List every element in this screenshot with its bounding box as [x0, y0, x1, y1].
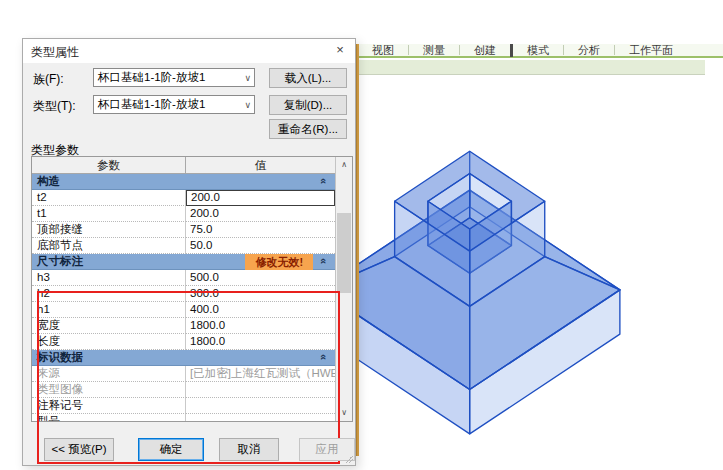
param-row: h2300.0: [32, 286, 335, 302]
rename-button[interactable]: 重命名(R)...: [269, 119, 347, 139]
type-value: 杯口基础1-1阶-放坡1: [98, 98, 205, 110]
param-row: 底部节点50.0: [32, 238, 335, 254]
family-combobox[interactable]: 杯口基础1-1阶-放坡1 ∨: [93, 68, 255, 87]
param-row: h1400.0: [32, 302, 335, 318]
param-row: t1200.0: [32, 206, 335, 222]
options-bar: [358, 60, 705, 75]
table-header: 参数 值: [32, 157, 335, 174]
ribbon-panel-labels: 视图测量创建模式分析工作平面: [358, 44, 723, 58]
warning-badge: 修改无效!: [245, 254, 313, 270]
palette-edge-highlight: [356, 44, 359, 456]
chevron-down-icon: ∨: [244, 97, 251, 114]
param-row: 长度1800.0: [32, 334, 335, 350]
group-label: 构造: [32, 174, 60, 189]
chevron-down-icon: ∨: [244, 70, 251, 87]
parameter-table: 参数 值 构造«t2200.0t1200.0顶部接缝75.0底部节点50.0尺寸…: [31, 156, 353, 422]
param-name: t1: [32, 206, 186, 222]
param-group-header[interactable]: 尺寸标注修改无效!«: [32, 254, 335, 270]
param-value-cell[interactable]: [186, 382, 335, 398]
type-properties-dialog: 类型属性 × 族(F): 杯口基础1-1阶-放坡1 ∨ 载入(L)... 类型(…: [22, 38, 356, 466]
param-row: t2200.0: [32, 190, 335, 206]
param-value-cell[interactable]: 200.0: [186, 206, 335, 222]
group-label: 标识数据: [32, 350, 83, 365]
ribbon-panel-label-5[interactable]: 分析: [564, 43, 614, 58]
param-value-cell[interactable]: 1800.0: [186, 318, 335, 334]
param-value-cell[interactable]: [186, 414, 335, 421]
param-value-cell[interactable]: 500.0: [186, 270, 335, 286]
family-value: 杯口基础1-1阶-放坡1: [98, 71, 205, 83]
collapse-icon[interactable]: «: [318, 354, 330, 360]
param-row: 注释记号: [32, 398, 335, 414]
dialog-title: 类型属性: [31, 44, 79, 61]
param-name: 型号: [32, 414, 186, 421]
scroll-down-icon[interactable]: ∨: [336, 405, 352, 421]
param-name: 来源: [32, 366, 186, 382]
type-combobox[interactable]: 杯口基础1-1阶-放坡1 ∨: [93, 95, 255, 114]
load-button[interactable]: 载入(L)...: [269, 68, 347, 88]
param-value-cell[interactable]: 75.0: [186, 222, 335, 238]
ok-button[interactable]: 确定: [138, 438, 204, 461]
column-header-value: 值: [186, 157, 335, 173]
duplicate-button[interactable]: 复制(D)...: [269, 95, 347, 115]
param-row: 类型图像: [32, 382, 335, 398]
scrollbar-thumb[interactable]: [337, 213, 351, 293]
param-name: 底部节点: [32, 238, 186, 254]
param-name: t2: [32, 190, 186, 206]
type-label: 类型(T):: [33, 98, 76, 115]
param-row: 来源[已加密]上海红瓦测试（HWE850: [32, 366, 335, 382]
table-scrollbar[interactable]: ∧ ∨: [335, 157, 352, 421]
resize-grip[interactable]: [343, 453, 353, 463]
param-name: h3: [32, 270, 186, 286]
collapse-icon[interactable]: «: [318, 258, 330, 264]
ribbon-panel-label-6[interactable]: 工作平面: [615, 43, 687, 58]
param-value-cell[interactable]: 50.0: [186, 238, 335, 254]
param-name: 顶部接缝: [32, 222, 186, 238]
param-row: h3500.0: [32, 270, 335, 286]
scroll-up-icon[interactable]: ∧: [336, 157, 352, 173]
param-row: 型号: [32, 414, 335, 421]
close-icon[interactable]: ×: [327, 40, 353, 60]
param-group-header[interactable]: 标识数据«: [32, 350, 335, 366]
param-value-cell[interactable]: [186, 398, 335, 414]
foundation-3d-model: [358, 75, 723, 470]
ribbon-panel-label-4[interactable]: 模式: [513, 43, 563, 58]
collapse-icon[interactable]: «: [318, 178, 330, 184]
cancel-button[interactable]: 取消: [219, 438, 279, 461]
ribbon-panel-label-2[interactable]: 测量: [409, 43, 459, 58]
preview-button[interactable]: << 预览(P): [44, 438, 114, 461]
dialog-titlebar[interactable]: 类型属性 ×: [23, 39, 355, 63]
param-row: 宽度1800.0: [32, 318, 335, 334]
family-label: 族(F):: [33, 71, 64, 88]
param-value-cell[interactable]: 400.0: [186, 302, 335, 318]
group-label: 尺寸标注: [32, 254, 83, 269]
param-name: h2: [32, 286, 186, 302]
param-group-header[interactable]: 构造«: [32, 174, 335, 190]
column-header-param: 参数: [32, 157, 186, 173]
model-view-pane[interactable]: [358, 75, 723, 470]
param-value-cell[interactable]: 300.0: [186, 286, 335, 302]
param-table-rows: 构造«t2200.0t1200.0顶部接缝75.0底部节点50.0尺寸标注修改无…: [32, 174, 335, 421]
param-value-cell[interactable]: [已加密]上海红瓦测试（HWE850: [186, 366, 335, 382]
screen: 视图测量创建模式分析工作平面: [0, 0, 723, 470]
param-value-cell[interactable]: 200.0: [186, 190, 335, 206]
param-name: 注释记号: [32, 398, 186, 414]
param-name: 长度: [32, 334, 186, 350]
ribbon-panel-label-1[interactable]: 视图: [358, 43, 408, 58]
param-row: 顶部接缝75.0: [32, 222, 335, 238]
param-name: 类型图像: [32, 382, 186, 398]
ribbon-panel-label-3[interactable]: 创建: [460, 43, 510, 58]
param-name: h1: [32, 302, 186, 318]
param-value-cell[interactable]: 1800.0: [186, 334, 335, 350]
param-name: 宽度: [32, 318, 186, 334]
